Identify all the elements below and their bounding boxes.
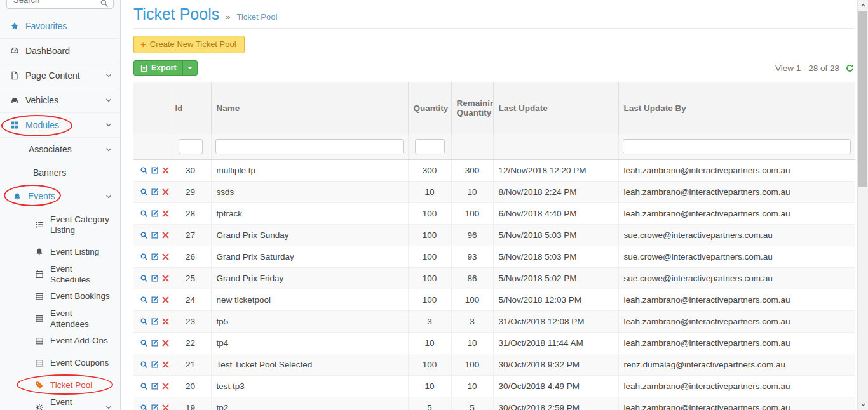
view-row-icon[interactable] — [140, 360, 148, 369]
export-button[interactable]: Export — [133, 60, 198, 76]
scrollbar-thumb[interactable] — [858, 11, 867, 187]
edit-row-icon[interactable] — [151, 404, 159, 410]
delete-row-icon[interactable] — [161, 274, 170, 282]
sidebar-item-event-coupons[interactable]: Event Coupons — [0, 352, 120, 374]
table-row: 23tp53331/Oct/2018 12:08 PMleah.zambrano… — [133, 310, 855, 332]
view-row-icon[interactable] — [140, 404, 148, 410]
cell-id: 27 — [170, 224, 211, 246]
caret-down-icon — [187, 67, 193, 69]
quantity-filter-input[interactable] — [415, 139, 445, 154]
edit-row-icon[interactable] — [151, 209, 159, 218]
view-row-icon[interactable] — [140, 296, 148, 304]
export-button-main[interactable]: Export — [134, 61, 182, 75]
edit-row-icon[interactable] — [151, 339, 159, 347]
view-row-icon[interactable] — [140, 166, 148, 175]
cell-remaining-quantity: 5 — [451, 397, 493, 410]
scroll-down-button[interactable] — [858, 399, 868, 410]
delete-row-icon[interactable] — [161, 382, 170, 390]
view-row-icon[interactable] — [140, 209, 148, 218]
cell-id: 19 — [170, 397, 211, 410]
column-header-id[interactable]: Id — [170, 82, 211, 134]
column-header-quantity[interactable]: Quantity — [408, 82, 451, 134]
vertical-scrollbar[interactable] — [857, 0, 868, 410]
edit-row-icon[interactable] — [151, 188, 159, 196]
delete-row-icon[interactable] — [161, 339, 170, 347]
app-root: FavouritesDashBoardPage ContentVehiclesM… — [0, 0, 868, 410]
cell-last-update: 30/Oct/2018 2:59 PM — [493, 397, 618, 410]
cell-quantity: 100 — [408, 246, 451, 267]
cell-remaining-quantity: 86 — [451, 267, 493, 289]
sidebar-item-page-content[interactable]: Page Content — [0, 63, 120, 88]
delete-row-icon[interactable] — [161, 360, 170, 369]
column-header-name[interactable]: Name — [211, 82, 408, 134]
sidebar-item-banners[interactable]: Banners — [0, 161, 120, 185]
sidebar-item-dashboard[interactable]: DashBoard — [0, 39, 120, 63]
edit-row-icon[interactable] — [151, 166, 159, 175]
plus-icon: + — [140, 41, 146, 48]
create-new-ticket-pool-button[interactable]: + Create New Ticket Pool — [133, 36, 245, 53]
edit-row-icon[interactable] — [151, 360, 159, 369]
sidebar-menu: FavouritesDashBoardPage ContentVehiclesM… — [0, 14, 120, 410]
export-icon — [140, 64, 148, 72]
sidebar-item-event-add-ons[interactable]: Event Add-Ons — [0, 329, 120, 352]
view-row-icon[interactable] — [140, 188, 148, 196]
view-row-icon[interactable] — [140, 317, 148, 326]
edit-row-icon[interactable] — [151, 296, 159, 304]
scroll-up-button[interactable] — [858, 0, 868, 11]
sidebar-item-label: Banners — [33, 168, 112, 178]
breadcrumb[interactable]: Ticket Pool — [236, 12, 277, 22]
ticket-pool-table: Id Name Quantity Remaining Quantity Last… — [133, 82, 855, 410]
edit-row-icon[interactable] — [151, 253, 159, 261]
view-row-icon[interactable] — [140, 382, 148, 390]
sidebar-item-event-category-listing[interactable]: Event Category Listing — [0, 208, 120, 241]
column-header-remaining-quantity[interactable]: Remaining Quantity — [451, 82, 493, 134]
sidebar-item-ticket-pool[interactable]: Ticket Pool — [0, 374, 120, 396]
delete-row-icon[interactable] — [161, 188, 170, 196]
last-update-by-filter-input[interactable] — [623, 139, 851, 154]
delete-row-icon[interactable] — [161, 296, 170, 304]
column-header-last-update-by[interactable]: Last Update By — [618, 82, 855, 134]
export-dropdown-caret[interactable] — [182, 61, 197, 75]
sidebar-item-event-listing[interactable]: Event Listing — [0, 241, 120, 263]
edit-row-icon[interactable] — [151, 317, 159, 326]
refresh-icon[interactable] — [845, 63, 855, 73]
delete-row-icon[interactable] — [161, 231, 170, 239]
sidebar-item-associates[interactable]: Associates — [0, 138, 120, 161]
cell-actions — [133, 159, 170, 181]
edit-row-icon[interactable] — [151, 382, 159, 390]
cell-id: 23 — [170, 310, 211, 332]
sidebar-item-events[interactable]: Events — [0, 185, 120, 208]
sidebar-item-event-settings[interactable]: Event Settings — [0, 396, 120, 410]
sidebar-item-modules[interactable]: Modules — [0, 113, 120, 138]
view-row-icon[interactable] — [140, 253, 148, 261]
cell-id: 22 — [170, 332, 211, 354]
cell-quantity: 300 — [408, 159, 451, 181]
cell-quantity: 100 — [408, 224, 451, 246]
delete-row-icon[interactable] — [161, 253, 170, 261]
cell-remaining-quantity: 96 — [451, 224, 493, 246]
delete-row-icon[interactable] — [161, 404, 170, 410]
delete-row-icon[interactable] — [161, 317, 170, 326]
sidebar-item-favourites[interactable]: Favourites — [0, 14, 120, 39]
table-row: 20test tp3101030/Oct/2018 4:49 PMleah.za… — [133, 375, 855, 397]
column-header-last-update[interactable]: Last Update — [493, 82, 618, 134]
search-input[interactable] — [6, 0, 114, 9]
sidebar-item-event-bookings[interactable]: Event Bookings — [0, 285, 120, 307]
edit-row-icon[interactable] — [151, 274, 159, 282]
sidebar-item-vehicles[interactable]: Vehicles — [0, 88, 120, 113]
id-filter-input[interactable] — [179, 139, 203, 154]
delete-row-icon[interactable] — [161, 166, 170, 175]
cell-name: Grand Prix Friday — [211, 267, 408, 289]
delete-row-icon[interactable] — [161, 209, 170, 218]
search-icon[interactable] — [100, 0, 109, 8]
view-row-icon[interactable] — [140, 231, 148, 239]
modules-icon — [10, 121, 21, 129]
sidebar-item-event-attendees[interactable]: Event Attendees — [0, 307, 120, 329]
view-row-icon[interactable] — [140, 339, 148, 347]
cell-last-update-by: leah.zambrano@interactivepartners.com.au — [618, 202, 855, 224]
view-row-icon[interactable] — [140, 274, 148, 282]
sidebar-item-event-schedules[interactable]: Event Schedules — [0, 263, 120, 285]
bell-icon — [35, 248, 46, 256]
edit-row-icon[interactable] — [151, 231, 159, 239]
name-filter-input[interactable] — [215, 139, 404, 154]
